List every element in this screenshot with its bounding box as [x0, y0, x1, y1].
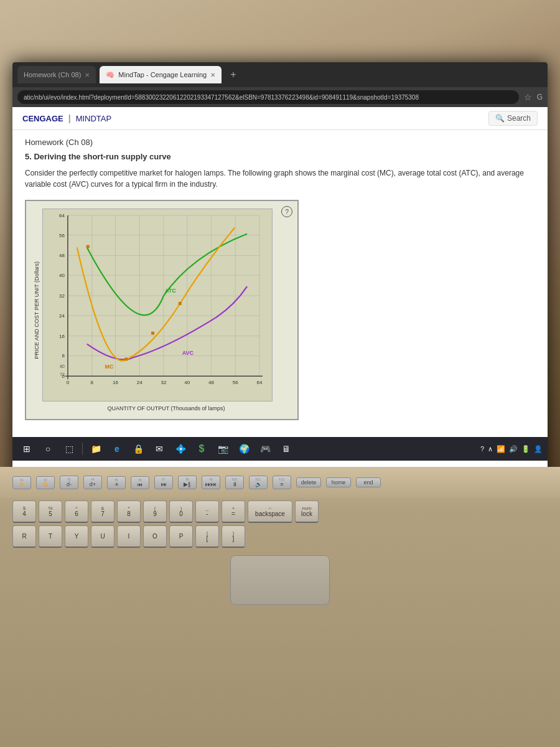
tray-battery-icon[interactable]: 🔋 [521, 445, 530, 453]
keyboard-area: f1 🔅 f2 🔆 f3 d- f4 d+ f5 ☀ f6 ⏮ f7 ⏭ f8 [0, 467, 560, 747]
main-content: Homework (Ch 08) 5. Deriving the short-r… [12, 130, 548, 428]
tray-wifi-icon[interactable]: 📶 [497, 445, 505, 453]
tab-mindtap-label: MindTap - Cengage Learning [118, 71, 207, 78]
start-button[interactable]: ⊞ [17, 439, 36, 458]
key-6[interactable]: ^ 6 [65, 500, 88, 523]
tab-mindtap[interactable]: 🧠 MindTap - Cengage Learning ✕ [100, 66, 222, 83]
mail-taskbar-button[interactable]: ✉ [150, 439, 169, 458]
svg-text:64: 64 [59, 213, 65, 218]
cengage-brand: CENGAGE [22, 114, 63, 123]
key-numlock[interactable]: num lock [295, 500, 319, 523]
fn-key-f8[interactable]: f8 ▶‖ [178, 476, 197, 489]
end-key[interactable]: end [356, 477, 381, 487]
svg-rect-40 [86, 245, 90, 248]
key-p[interactable]: P [169, 525, 193, 548]
url-bar[interactable]: atic/nb/ui/evo/index.html?deploymentId=5… [17, 90, 519, 104]
svg-text:32: 32 [161, 380, 167, 385]
delete-key[interactable]: delete [296, 477, 321, 487]
tray-chevron-icon[interactable]: ∧ [488, 445, 493, 453]
clipboard-taskbar-button[interactable]: 💠 [171, 439, 190, 458]
home-key[interactable]: home [326, 477, 351, 487]
search-taskbar-button[interactable]: ○ [39, 439, 57, 458]
svg-text:48: 48 [59, 253, 65, 258]
header-divider: | [68, 113, 71, 123]
lock-taskbar-button[interactable]: 🔒 [129, 439, 147, 458]
fn-key-f4[interactable]: f4 d+ [83, 476, 102, 489]
search-icon: 🔍 [495, 114, 505, 123]
system-tray: ? ∧ 📶 🔊 🔋 👤 [480, 445, 543, 453]
key-9[interactable]: ( 9 [143, 500, 167, 523]
key-bracket-close[interactable]: } ] [222, 525, 245, 548]
svg-text:56: 56 [233, 380, 238, 385]
key-y[interactable]: Y [65, 525, 88, 548]
tray-help-icon[interactable]: ? [480, 445, 484, 453]
question-title: 5. Deriving the short-run supply curve [25, 152, 535, 161]
svg-text:MC: MC [105, 364, 114, 370]
key-4[interactable]: $ 4 [12, 500, 36, 523]
key-7[interactable]: & 7 [91, 500, 114, 523]
tab-homework-close[interactable]: ✕ [85, 72, 90, 78]
key-5[interactable]: % 5 [39, 500, 62, 523]
svg-text:56: 56 [59, 233, 65, 238]
globe-taskbar-button[interactable]: 🌍 [235, 439, 253, 458]
key-0[interactable]: ) 0 [169, 500, 193, 523]
fn-key-f11[interactable]: f11 🔉 [249, 476, 268, 489]
bookmark-star-icon[interactable]: ☆ [524, 92, 532, 102]
fn-key-f9[interactable]: f9 ⏭⏭ [202, 476, 220, 489]
svg-rect-42 [151, 332, 154, 335]
browser-tab-bar: Homework (Ch 08) ✕ 🧠 MindTap - Cengage L… [12, 62, 548, 87]
key-equals[interactable]: + = [222, 500, 245, 523]
key-u[interactable]: U [91, 525, 114, 548]
svg-text:48: 48 [208, 380, 214, 385]
laptop-screen: Homework (Ch 08) ✕ 🧠 MindTap - Cengage L… [12, 62, 548, 486]
svg-text:8: 8 [90, 380, 93, 385]
game-taskbar-button[interactable]: 🎮 [256, 439, 274, 458]
key-bracket-open[interactable]: { [ [195, 525, 219, 548]
fn-key-f1[interactable]: f1 🔅 [12, 476, 31, 489]
question-description: Consider the perfectly competitive marke… [25, 167, 535, 190]
help-icon[interactable]: ? [281, 206, 292, 217]
svg-text:AVC: AVC [182, 350, 194, 356]
key-i[interactable]: I [117, 525, 141, 548]
tray-volume-icon[interactable]: 🔊 [509, 445, 518, 453]
economics-chart-container: ? PRICE AND COST PER UNIT (Dollars) [25, 200, 299, 420]
fn-key-f3[interactable]: f3 d- [60, 476, 78, 489]
svg-text:64: 64 [257, 380, 263, 385]
dollar-app-taskbar-button[interactable]: $ [192, 439, 211, 458]
search-button[interactable]: 🔍 Search [488, 111, 538, 126]
page-content: CENGAGE | MINDTAP 🔍 Search Homework (Ch … [12, 107, 548, 486]
key-8[interactable]: * 8 [117, 500, 141, 523]
tray-user-icon[interactable]: 👤 [534, 445, 543, 453]
svg-rect-41 [124, 357, 128, 360]
fn-key-f2[interactable]: f2 🔆 [36, 476, 55, 489]
key-minus[interactable]: _ - [195, 500, 219, 523]
svg-text:40: 40 [184, 380, 190, 385]
fn-key-f5[interactable]: f5 ☀ [107, 476, 126, 489]
key-backspace[interactable]: ← backspace [248, 500, 292, 523]
svg-text:ATC: ATC [165, 288, 176, 294]
svg-text:40: 40 [59, 273, 65, 278]
fn-key-f7[interactable]: f7 ⏭ [154, 476, 173, 489]
key-r[interactable]: R [12, 525, 36, 548]
tab-homework-label: Homework (Ch 08) [24, 71, 81, 78]
key-o[interactable]: O [143, 525, 167, 548]
fn-key-f10[interactable]: f10 ⏸ [225, 476, 244, 489]
tab-homework[interactable]: Homework (Ch 08) ✕ [17, 66, 96, 83]
fn-key-f6[interactable]: f6 ⏮ [131, 476, 149, 489]
task-view-button[interactable]: ⬚ [60, 439, 78, 458]
y-axis-label: PRICE AND COST PER UNIT (Dollars) [34, 209, 40, 411]
file-explorer-taskbar-button[interactable]: 📁 [86, 439, 105, 458]
tab-mindtap-close[interactable]: ✕ [210, 72, 215, 78]
mindtap-brand: MINDTAP [76, 114, 112, 123]
key-t[interactable]: T [39, 525, 62, 548]
new-tab-button[interactable]: + [225, 69, 241, 80]
camera-taskbar-button[interactable]: 📷 [213, 439, 232, 458]
refresh-icon[interactable]: G [537, 93, 543, 101]
svg-text:32: 32 [59, 293, 65, 299]
edge-taskbar-button[interactable]: e [108, 439, 126, 458]
keyboard-keys: $ 4 % 5 ^ 6 & 7 * 8 ( 9 [0, 498, 560, 550]
fn-key-f12[interactable]: f12 ≡ [273, 476, 291, 489]
trackpad[interactable] [230, 555, 330, 605]
svg-rect-43 [179, 302, 182, 305]
monitor-taskbar-button[interactable]: 🖥 [277, 439, 296, 458]
